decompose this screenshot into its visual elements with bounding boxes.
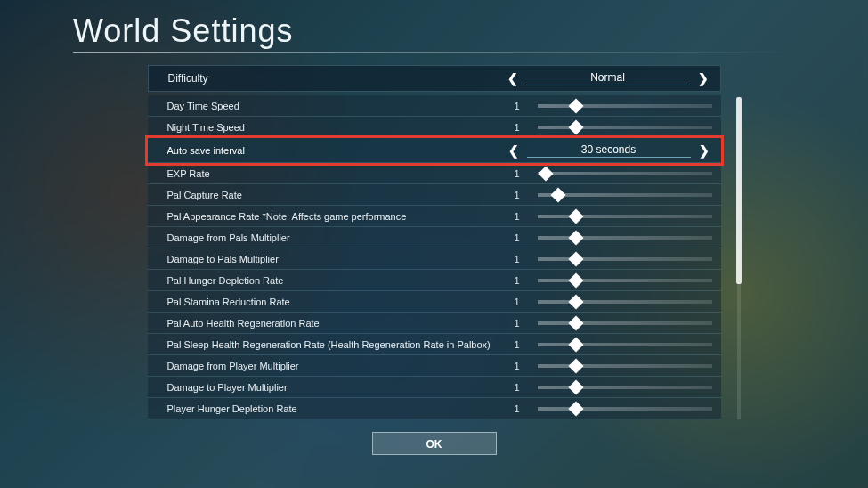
setting-row: EXP Rate1 bbox=[148, 163, 721, 184]
setting-label: Damage to Player Multiplier bbox=[167, 382, 506, 393]
slider-thumb[interactable] bbox=[568, 358, 583, 373]
setting-slider[interactable] bbox=[538, 343, 712, 346]
setting-value: 1 bbox=[506, 339, 529, 350]
row-auto-save-interval: Auto save interval❮30 seconds❯ bbox=[148, 138, 721, 163]
setting-slider[interactable] bbox=[538, 236, 712, 240]
slider-thumb[interactable] bbox=[551, 187, 566, 202]
setting-value: 1 bbox=[506, 382, 529, 393]
chevron-left-icon[interactable]: ❮ bbox=[506, 143, 522, 158]
setting-row: Damage from Pals Multiplier1 bbox=[148, 227, 721, 248]
slider-thumb[interactable] bbox=[568, 401, 583, 416]
slider-thumb[interactable] bbox=[568, 230, 583, 245]
setting-value: 1 bbox=[506, 122, 529, 133]
slider-thumb[interactable] bbox=[568, 119, 583, 134]
setting-label: Pal Appearance Rate *Note: Affects game … bbox=[167, 211, 506, 222]
setting-row: Pal Auto Health Regeneration Rate1 bbox=[148, 313, 721, 334]
setting-label: Player Hunger Depletion Rate bbox=[167, 403, 506, 414]
setting-row: Pal Appearance Rate *Note: Affects game … bbox=[148, 206, 721, 227]
scrollbar[interactable] bbox=[737, 97, 741, 419]
setting-row: Day Time Speed1 bbox=[148, 95, 721, 117]
setting-row: Night Time Speed1 bbox=[148, 117, 721, 138]
setting-row: Damage to Player Multiplier1 bbox=[148, 377, 721, 398]
setting-value: 1 bbox=[506, 361, 529, 371]
setting-row: Pal Sleep Health Regeneration Rate (Heal… bbox=[148, 334, 721, 355]
ok-button[interactable]: OK bbox=[372, 432, 497, 455]
setting-label: EXP Rate bbox=[167, 168, 506, 179]
setting-value: 1 bbox=[506, 101, 529, 111]
difficulty-selector[interactable]: ❮ Normal ❯ bbox=[505, 71, 711, 85]
setting-row: Pal Hunger Depletion Rate1 bbox=[148, 270, 721, 291]
chevron-right-icon[interactable]: ❯ bbox=[695, 71, 711, 85]
setting-slider[interactable] bbox=[538, 364, 712, 368]
setting-value: 1 bbox=[506, 403, 529, 414]
slider-thumb[interactable] bbox=[568, 337, 583, 352]
settings-panel: Difficulty ❮ Normal ❯ Day Time Speed1Nig… bbox=[148, 65, 721, 419]
setting-row: Damage from Player Multiplier1 bbox=[148, 355, 721, 377]
slider-thumb[interactable] bbox=[568, 251, 583, 266]
setting-slider[interactable] bbox=[538, 300, 712, 304]
slider-thumb[interactable] bbox=[568, 315, 583, 330]
setting-label: Pal Stamina Reduction Rate bbox=[167, 297, 506, 307]
setting-slider[interactable] bbox=[538, 104, 712, 108]
setting-label: Damage from Player Multiplier bbox=[167, 361, 506, 371]
chevron-left-icon[interactable]: ❮ bbox=[505, 71, 521, 85]
slider-thumb[interactable] bbox=[568, 272, 583, 288]
setting-label: Pal Auto Health Regeneration Rate bbox=[167, 318, 506, 329]
setting-value: 1 bbox=[506, 190, 529, 200]
autosave-selector[interactable]: ❮30 seconds❯ bbox=[506, 143, 712, 158]
setting-label: Pal Sleep Health Regeneration Rate (Heal… bbox=[167, 339, 506, 350]
scrollbar-thumb[interactable] bbox=[736, 97, 742, 284]
setting-label: Damage from Pals Multiplier bbox=[167, 232, 506, 243]
setting-label: Pal Hunger Depletion Rate bbox=[167, 275, 506, 286]
slider-thumb[interactable] bbox=[568, 98, 583, 113]
autosave-value: 30 seconds bbox=[527, 143, 691, 158]
slider-thumb[interactable] bbox=[539, 166, 554, 181]
setting-label: Pal Capture Rate bbox=[167, 190, 506, 200]
difficulty-label: Difficulty bbox=[168, 72, 505, 85]
setting-slider[interactable] bbox=[538, 321, 712, 325]
setting-slider[interactable] bbox=[538, 126, 712, 129]
setting-value: 1 bbox=[506, 168, 529, 179]
slider-thumb[interactable] bbox=[568, 208, 583, 224]
autosave-label: Auto save interval bbox=[167, 145, 506, 156]
setting-value: 1 bbox=[506, 297, 529, 307]
setting-label: Night Time Speed bbox=[167, 122, 506, 133]
difficulty-value: Normal bbox=[526, 71, 690, 85]
setting-slider[interactable] bbox=[538, 215, 712, 218]
setting-value: 1 bbox=[506, 232, 529, 243]
slider-thumb[interactable] bbox=[568, 294, 583, 309]
chevron-right-icon[interactable]: ❯ bbox=[696, 143, 712, 158]
slider-thumb[interactable] bbox=[568, 379, 583, 394]
setting-label: Damage to Pals Multiplier bbox=[167, 254, 506, 264]
page-title: World Settings bbox=[0, 0, 868, 58]
setting-row: Damage to Pals Multiplier1 bbox=[148, 248, 721, 270]
setting-slider[interactable] bbox=[538, 279, 712, 282]
setting-value: 1 bbox=[506, 211, 529, 222]
setting-value: 1 bbox=[506, 275, 529, 286]
setting-slider[interactable] bbox=[538, 386, 712, 389]
setting-slider[interactable] bbox=[538, 172, 712, 175]
setting-row: Player Hunger Depletion Rate1 bbox=[148, 398, 721, 419]
setting-label: Day Time Speed bbox=[167, 101, 506, 111]
setting-slider[interactable] bbox=[538, 193, 712, 197]
setting-row: Pal Stamina Reduction Rate1 bbox=[148, 291, 721, 313]
setting-row: Pal Capture Rate1 bbox=[148, 184, 721, 206]
setting-value: 1 bbox=[506, 254, 529, 264]
setting-value: 1 bbox=[506, 318, 529, 329]
setting-slider[interactable] bbox=[538, 257, 712, 261]
setting-slider[interactable] bbox=[538, 407, 712, 411]
row-difficulty: Difficulty ❮ Normal ❯ bbox=[148, 65, 721, 92]
